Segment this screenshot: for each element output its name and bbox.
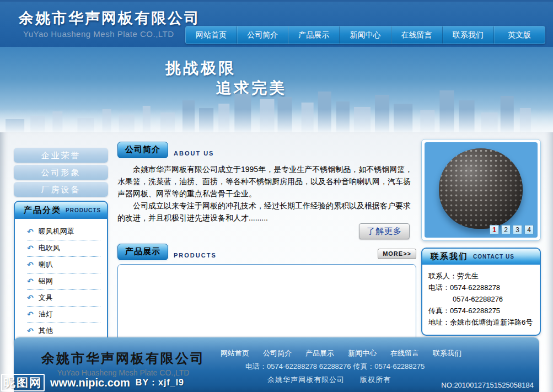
contact-phone-1: 电话：0574-62288278 — [428, 282, 536, 293]
contact-title: 联系我们 — [431, 251, 468, 262]
product-image-frame: 1 2 3 4 — [425, 142, 538, 238]
contact-fax: 传真：0574-62288275 — [428, 305, 536, 316]
about-text: 余姚市华声网板有限公司成立于1995年，是专业生产不锈钢制品，如不锈钢网篮，水果… — [117, 163, 416, 224]
category-arrow-icon: ↶ — [27, 310, 34, 319]
products-section-header: 产品展示 PRODUCTS MORE>> — [117, 244, 416, 260]
category-arrow-icon: ↶ — [27, 227, 34, 236]
contact-panel: 联系我们 CONTACT US 联系人：劳先生 电话：0574-62288278… — [421, 248, 541, 336]
footer-link-guestbook[interactable]: 在线留言 — [390, 348, 419, 358]
products-more-button[interactable]: MORE>> — [378, 249, 416, 259]
about-paragraph-2: 公司成立以来专注于网板的冲孔技术，经过长期工作经验的累积以及根据客户要求的改进，… — [117, 200, 416, 224]
category-label: 暖风机网罩 — [39, 227, 74, 237]
contact-address: 地址：余姚市低塘街道新洋路6号 — [428, 316, 536, 328]
nav-item-products[interactable]: 产品展示 — [288, 26, 340, 44]
product-categories-header: 产品分类 PRODUCTS — [15, 202, 107, 219]
footer-company-name: 余姚市华声网板有限公司 — [41, 350, 205, 367]
sidebar-button-image[interactable]: 公司形象 — [14, 165, 108, 180]
main-nav: 网站首页 公司简介 产品展示 新闻中心 在线留言 联系我们 英文版 — [185, 26, 545, 44]
nav-item-contact[interactable]: 联系我们 — [443, 26, 494, 44]
company-name-en: YuYao Huasheng Mesh Plate CO.,LTD — [19, 29, 201, 39]
about-tab-button[interactable]: 公司简介 — [117, 142, 168, 158]
product-categories-subtitle: PRODUCTS — [66, 207, 101, 213]
gallery-page-3[interactable]: 3 — [513, 225, 522, 234]
left-sidebar: 企业荣誉 公司形象 厂房设备 产品分类 PRODUCTS ↶ 暖风机网罩 ↶ 电… — [14, 148, 108, 347]
gallery-page-2[interactable]: 2 — [501, 225, 511, 234]
footer-serial-number: NO:20100127151525058184 — [441, 381, 534, 389]
gallery-pagination: 1 2 3 4 — [490, 225, 534, 234]
content-area: 企业荣誉 公司形象 厂房设备 产品分类 PRODUCTS ↶ 暖风机网罩 ↶ 电… — [0, 132, 553, 392]
category-item-aluminum-mesh[interactable]: ↶ 铝网 — [27, 273, 100, 290]
category-item-heater-mesh[interactable]: ↶ 暖风机网罩 — [27, 224, 100, 240]
product-categories-panel: 产品分类 PRODUCTS ↶ 暖风机网罩 ↶ 电吹风 ↶ 喇叭 — [14, 201, 108, 347]
contact-panel-header: 联系我们 CONTACT US — [422, 249, 540, 265]
sidebar-button-factory[interactable]: 厂房设备 — [14, 182, 108, 197]
nipic-url: www.nipic.com — [50, 377, 130, 389]
footer-link-contact[interactable]: 联系我们 — [433, 348, 461, 358]
contact-person: 联系人：劳先生 — [428, 270, 536, 282]
category-arrow-icon: ↶ — [27, 293, 34, 302]
contact-info: 联系人：劳先生 电话：0574-62288278 0574-62288276 传… — [422, 265, 540, 335]
category-item-oil-lamp[interactable]: ↶ 油灯 — [27, 307, 100, 323]
footer-nav: 网站首页 公司简介 产品展示 新闻中心 在线留言 联系我们 — [221, 348, 461, 358]
product-categories-title: 产品分类 — [24, 205, 61, 216]
nav-item-english[interactable]: 英文版 — [494, 26, 545, 44]
category-arrow-icon: ↶ — [27, 277, 34, 286]
company-logo: 余姚市华声网板有限公司 YuYao Huasheng Mesh Plate CO… — [19, 8, 201, 39]
contact-phone-2: 0574-62288276 — [428, 293, 536, 305]
footer-logo: 余姚市华声网板有限公司 YuYao Huasheng Mesh Plate CO… — [41, 350, 205, 377]
category-item-hair-dryer[interactable]: ↶ 电吹风 — [27, 240, 100, 257]
about-section-header: 公司简介 ABOUT US — [117, 142, 416, 158]
category-label: 铝网 — [39, 276, 53, 286]
category-item-stationery[interactable]: ↶ 文具 — [27, 290, 100, 307]
category-label: 其他 — [39, 326, 53, 336]
products-showcase-box — [117, 264, 416, 348]
footer-copyright: 余姚华声网板有限公司 版权所有 — [267, 375, 391, 385]
banner-slogan-1: 挑战极限 — [165, 58, 236, 79]
mesh-dome-product-image — [439, 148, 523, 229]
nav-item-home[interactable]: 网站首页 — [186, 26, 237, 44]
city-skyline-image — [0, 87, 553, 132]
learn-more-button[interactable]: 了解更多 — [359, 223, 410, 239]
page: 余姚市华声网板有限公司 YuYao Huasheng Mesh Plate CO… — [0, 0, 553, 392]
footer-link-news[interactable]: 新闻中心 — [348, 348, 377, 358]
about-paragraph-1: 余姚市华声网板有限公司成立于1995年，是专业生产不锈钢制品，如不锈钢网篮，水果… — [117, 163, 416, 200]
contact-subtitle: CONTACT US — [473, 254, 514, 260]
nipic-author: BY：xjf_l9 — [136, 377, 184, 389]
category-label: 油灯 — [39, 309, 53, 319]
main-column: 公司简介 ABOUT US 余姚市华声网板有限公司成立于1995年，是专业生产不… — [117, 142, 416, 348]
learn-more-row: 了解更多 — [117, 223, 416, 239]
footer-link-about[interactable]: 公司简介 — [263, 348, 292, 358]
category-label: 电吹风 — [39, 243, 60, 253]
nav-item-guestbook[interactable]: 在线留言 — [391, 26, 443, 44]
category-label: 文具 — [39, 293, 53, 303]
nav-item-about[interactable]: 公司简介 — [237, 26, 288, 44]
products-tab-subtitle: PRODUCTS — [174, 252, 217, 260]
product-categories-list: ↶ 暖风机网罩 ↶ 电吹风 ↶ 喇叭 ↶ 铝网 — [15, 219, 107, 346]
gallery-page-4[interactable]: 4 — [524, 225, 534, 234]
category-arrow-icon: ↶ — [27, 244, 34, 253]
company-name: 余姚市华声网板有限公司 — [19, 8, 201, 28]
product-image-panel: 1 2 3 4 — [421, 139, 541, 241]
nav-item-news[interactable]: 新闻中心 — [340, 26, 391, 44]
right-sidebar: 1 2 3 4 联系我们 CONTACT US 联系人：劳先生 电话：0574-… — [421, 139, 541, 336]
category-label: 喇叭 — [39, 260, 53, 270]
category-arrow-icon: ↶ — [27, 326, 34, 335]
banner: 挑战极限 追求完美 — [0, 47, 553, 132]
footer-link-home[interactable]: 网站首页 — [221, 348, 249, 358]
nipic-watermark: 昵图网 www.nipic.com BY：xjf_l9 — [1, 374, 184, 391]
header: 余姚市华声网板有限公司 YuYao Huasheng Mesh Plate CO… — [0, 0, 553, 47]
category-arrow-icon: ↶ — [27, 260, 34, 269]
nipic-logo: 昵图网 — [1, 374, 45, 391]
about-tab-subtitle: ABOUT US — [174, 150, 214, 158]
products-tab-button[interactable]: 产品展示 — [117, 244, 168, 260]
footer-phone-line: 电话：0574-62288278 62288276 传真：0574-622882… — [245, 362, 425, 372]
gallery-page-1[interactable]: 1 — [490, 225, 499, 234]
footer-link-products[interactable]: 产品展示 — [305, 348, 334, 358]
sidebar-button-honors[interactable]: 企业荣誉 — [14, 148, 108, 163]
category-item-speaker[interactable]: ↶ 喇叭 — [27, 257, 100, 273]
